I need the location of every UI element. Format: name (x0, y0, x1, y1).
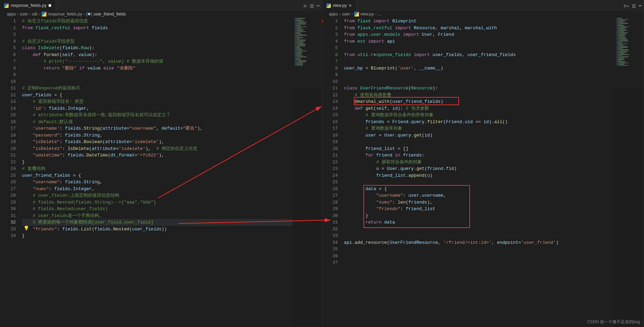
run-icon[interactable]: ▷ (304, 3, 307, 9)
split-icon[interactable]: ◫ (310, 3, 313, 9)
crumb[interactable]: user (20, 12, 28, 17)
crumb[interactable]: apps (7, 12, 16, 17)
watermark: CSDN @一个微不足道的bug (587, 319, 640, 325)
tab-actions-left: ▷ ◫ ⋯ (304, 3, 319, 9)
crumb[interactable]: user_friend_fields (93, 12, 126, 17)
crumb[interactable]: apps (329, 12, 338, 17)
crumb[interactable]: view.py (360, 12, 374, 17)
split-icon[interactable]: ◫ (632, 3, 635, 9)
crumb[interactable]: user (342, 12, 350, 17)
line-gutter: 1234567891011121314151617181920212224252… (0, 17, 22, 327)
crumb[interactable]: ... (378, 12, 381, 17)
python-icon (326, 3, 331, 8)
more-icon[interactable]: ⋯ (639, 3, 642, 9)
tab-bar-left: response_fields.py ▷ ◫ ⋯ (0, 0, 322, 11)
python-icon (4, 3, 9, 8)
editor-workspace: response_fields.py ▷ ◫ ⋯ apps› user› uti… (0, 0, 644, 327)
python-icon (42, 12, 46, 17)
close-icon[interactable]: × (349, 3, 352, 8)
tab-bar-right: view.py × ▷▾ ◫ ⋯ (322, 0, 644, 11)
tab-view[interactable]: view.py × (322, 0, 356, 11)
tab-title: response_fields.py (11, 3, 46, 8)
left-editor-pane: response_fields.py ▷ ◫ ⋯ apps› user› uti… (0, 0, 322, 327)
breadcrumb-right[interactable]: apps› user› view.py› ... (322, 11, 644, 17)
tab-title: view.py (333, 3, 347, 8)
code-area[interactable]: # 自定义fields字段的返回信息from flask_restful imp… (22, 17, 293, 327)
minimap[interactable] (293, 17, 322, 327)
crumb[interactable]: util (32, 12, 37, 17)
editor-left[interactable]: 1234567891011121314151617181920212224252… (0, 17, 322, 327)
editor-right[interactable]: 1234567891011121314151617181920212223242… (322, 17, 644, 327)
line-gutter: 1234567891011121314151617181920212223242… (322, 17, 344, 327)
tab-response-fields[interactable]: response_fields.py (0, 0, 56, 11)
breadcrumb-left[interactable]: apps› user› util› response_fields.py› [✱… (0, 11, 322, 17)
tab-actions-right: ▷▾ ◫ ⋯ (624, 3, 642, 9)
right-editor-pane: view.py × ▷▾ ◫ ⋯ apps› user› view.py› ..… (322, 0, 644, 327)
minimap[interactable] (614, 17, 644, 327)
crumb[interactable]: response_fields.py (48, 12, 82, 17)
python-icon (354, 12, 359, 17)
modified-dot-icon (48, 4, 51, 7)
run-icon[interactable]: ▷▾ (624, 3, 629, 9)
code-area[interactable]: from flask import Blueprintfrom flask_re… (344, 17, 615, 327)
more-icon[interactable]: ⋯ (317, 3, 319, 9)
